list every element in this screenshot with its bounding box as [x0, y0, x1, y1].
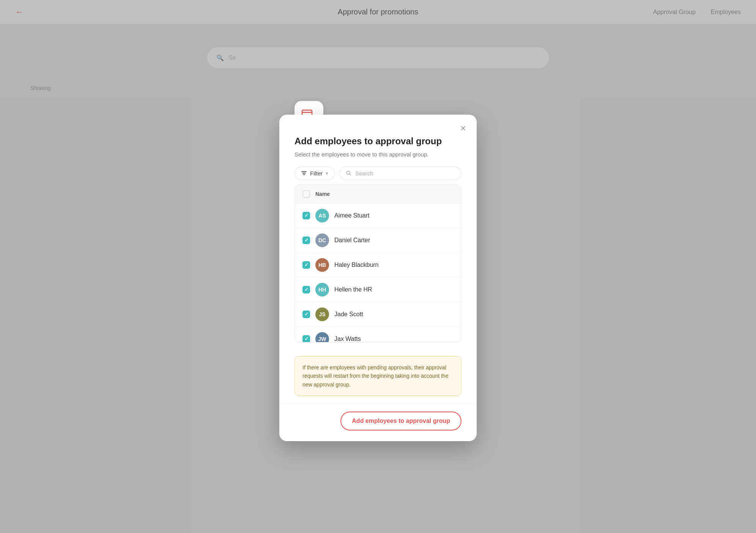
- modal: ✕ Add employees to approval group Select…: [279, 115, 477, 441]
- employee-checkbox[interactable]: [302, 335, 310, 342]
- employee-checkbox[interactable]: [302, 286, 310, 293]
- add-employees-button[interactable]: Add employees to approval group: [340, 412, 461, 430]
- employee-name: Haley Blackburn: [334, 262, 379, 268]
- table-row[interactable]: JWJax Watts: [295, 327, 461, 342]
- chevron-down-icon: ▾: [326, 170, 328, 176]
- name-column-header: Name: [315, 191, 330, 197]
- filter-label: Filter: [310, 170, 323, 177]
- employee-name: Jade Scott: [334, 311, 363, 318]
- table-row[interactable]: JSJade Scott: [295, 302, 461, 327]
- table-row[interactable]: DCDaniel Carter: [295, 228, 461, 253]
- modal-overlay: ✕ Add employees to approval group Select…: [0, 0, 756, 533]
- modal-subtitle: Select the employees to move to this app…: [295, 150, 461, 159]
- modal-body: Filter ▾ Name: [279, 167, 477, 350]
- table-row[interactable]: ASAimee Stuart: [295, 203, 461, 228]
- modal-header: ✕ Add employees to approval group Select…: [279, 115, 477, 167]
- warning-text: If there are employees with pending appr…: [302, 363, 454, 389]
- filter-button[interactable]: Filter ▾: [295, 167, 335, 180]
- avatar: JW: [315, 332, 329, 342]
- employee-checkbox[interactable]: [302, 261, 310, 269]
- avatar: HB: [315, 258, 329, 272]
- warning-box: If there are employees with pending appr…: [295, 356, 461, 396]
- search-input[interactable]: [355, 170, 455, 177]
- employee-checkbox[interactable]: [302, 311, 310, 318]
- modal-title: Add employees to approval group: [295, 136, 461, 147]
- filter-row: Filter ▾: [295, 167, 461, 180]
- search-box[interactable]: [339, 167, 461, 180]
- modal-footer: Add employees to approval group: [279, 404, 477, 441]
- employee-checkbox[interactable]: [302, 237, 310, 244]
- employee-name: Jax Watts: [334, 336, 361, 342]
- avatar: HH: [315, 283, 329, 296]
- table-body: ASAimee StuartDCDaniel CarterHBHaley Bla…: [295, 203, 461, 342]
- filter-icon: [301, 170, 307, 176]
- select-all-checkbox[interactable]: [302, 190, 310, 198]
- search-icon: [346, 170, 351, 176]
- employee-name: Hellen the HR: [334, 286, 372, 293]
- employee-name: Daniel Carter: [334, 237, 370, 244]
- table-row[interactable]: HHHellen the HR: [295, 278, 461, 302]
- close-button[interactable]: ✕: [457, 122, 469, 134]
- avatar: AS: [315, 209, 329, 222]
- employee-table: Name ASAimee StuartDCDaniel CarterHBHale…: [295, 184, 461, 342]
- avatar: DC: [315, 233, 329, 247]
- table-row[interactable]: HBHaley Blackburn: [295, 253, 461, 278]
- table-header: Name: [295, 185, 461, 203]
- avatar: JS: [315, 308, 329, 321]
- employee-name: Aimee Stuart: [334, 212, 369, 219]
- employee-checkbox[interactable]: [302, 212, 310, 219]
